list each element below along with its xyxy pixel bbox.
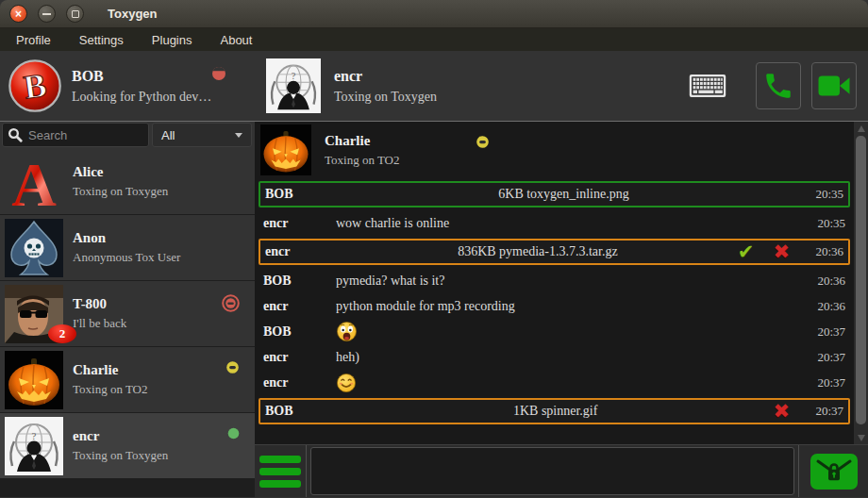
contact-item-t-800[interactable]: T-800 I'll be back 2: [0, 281, 255, 346]
svg-text:?: ?: [32, 430, 37, 441]
search-icon: [8, 127, 23, 142]
message-row: encr 20:37: [259, 370, 850, 395]
minimize-icon: [42, 13, 51, 15]
chat-area: Charlie Toxing on TO2 BOB 6KB toxygen_in…: [255, 122, 868, 497]
file-transfer-row: encr 836KB pymedia-1.3.7.3.tar.gz ✔✖ 20:…: [259, 239, 850, 265]
title-bar[interactable]: × Toxygen: [0, 0, 868, 28]
message-content: python module for mp3 recording: [336, 299, 792, 314]
message-content: pymedia? what is it?: [336, 274, 792, 289]
message-content: 836KB pymedia-1.3.7.3.tar.gz: [338, 244, 738, 259]
smiling-smiley-icon: [336, 373, 357, 393]
menu-item-about[interactable]: About: [206, 29, 266, 51]
message-author: BOB: [259, 274, 336, 289]
contact-status-icon: [225, 360, 240, 378]
message-row: encr heh) 20:37: [259, 344, 850, 370]
peer-name: Charlie: [325, 133, 400, 149]
contact-name: Anon: [73, 230, 180, 246]
menu-item-plugins[interactable]: Plugins: [138, 29, 207, 51]
minimize-button[interactable]: [38, 5, 56, 23]
audio-call-button[interactable]: [756, 62, 801, 109]
peer-status-icon: [476, 135, 490, 153]
self-profile[interactable]: B BOB Looking for Python dev…: [0, 51, 255, 121]
chat-scrollbar[interactable]: [854, 122, 868, 444]
self-status-icon: [211, 66, 226, 85]
decline-file-button[interactable]: ✖: [773, 242, 790, 262]
scroll-up-button[interactable]: [854, 122, 868, 135]
video-call-button[interactable]: [811, 62, 857, 109]
contact-status-message: Toxing on Toxygen: [73, 184, 168, 199]
hamburger-icon: [259, 456, 301, 463]
peer-status-message: Toxing on TO2: [325, 153, 400, 168]
maximize-button[interactable]: [66, 5, 84, 23]
contact-avatar: ?: [5, 417, 63, 475]
self-name: BOB: [72, 68, 211, 85]
message-list-wrap: Charlie Toxing on TO2 BOB 6KB toxygen_in…: [257, 124, 852, 443]
message-time: 20:35: [807, 216, 850, 231]
message-content: 6KB toxygen_inline.png: [338, 187, 790, 202]
message-row: BOB 20:37: [259, 319, 850, 344]
message-row: encr wow charlie is online 20:35: [259, 210, 850, 236]
contact-item-anon[interactable]: Anon Anonymous Tox User: [0, 215, 255, 280]
contact-name: T-800: [73, 296, 126, 312]
arrow-down-icon: [858, 435, 865, 441]
contact-name: Alice: [73, 164, 168, 180]
decline-file-button[interactable]: ✖: [773, 402, 790, 422]
message-input[interactable]: [310, 447, 794, 495]
message-time: 20:36: [807, 299, 850, 314]
message-content: [336, 373, 792, 393]
send-button[interactable]: [798, 445, 868, 497]
menu-item-settings[interactable]: Settings: [65, 29, 138, 51]
message-author: encr: [259, 216, 336, 231]
screen-keyboard-button[interactable]: [689, 72, 728, 100]
chat-header: ? encr Toxing on Toxygen: [255, 51, 868, 121]
message-time: 20:37: [807, 350, 850, 365]
contact-status-message: Anonymous Tox User: [73, 250, 180, 265]
search-input[interactable]: [28, 128, 123, 142]
maximize-icon: [72, 10, 79, 18]
message-time: 20:36: [805, 244, 848, 259]
scroll-down-button[interactable]: [854, 431, 868, 444]
search-box[interactable]: [2, 123, 149, 147]
unread-badge: 2: [48, 324, 76, 343]
keyboard-icon: [689, 74, 726, 98]
close-button[interactable]: ×: [9, 5, 27, 23]
message-author: BOB: [260, 187, 338, 202]
toxygen-window: × Toxygen ProfileSettingsPluginsAbout B …: [0, 0, 868, 498]
accept-file-button[interactable]: ✔: [738, 242, 755, 262]
message-author: BOB: [259, 324, 336, 340]
file-actions: ✖: [773, 402, 790, 422]
contact-status-icon: [227, 426, 240, 443]
scrollbar-thumb[interactable]: [856, 136, 866, 424]
message-list: BOB 6KB toxygen_inline.png 20:35 encr wo…: [257, 181, 852, 424]
contacts-sidebar: All A Alice Toxing on Toxygen Anon Anony…: [0, 122, 255, 497]
menu-bar: ProfileSettingsPluginsAbout: [0, 28, 868, 51]
file-actions: ✔✖: [738, 242, 790, 262]
video-camera-icon: [816, 72, 852, 100]
message-time: 20:37: [807, 324, 850, 340]
message-content: wow charlie is online: [336, 216, 792, 231]
message-menu-button[interactable]: [255, 445, 307, 497]
phone-icon: [762, 70, 794, 102]
chat-peer-avatar: ?: [266, 58, 321, 113]
message-content: [336, 321, 792, 342]
contact-status-icon: [222, 294, 240, 316]
contact-status-message: Toxing on Toxygen: [73, 448, 168, 463]
message-content: 1KB spinner.gif: [338, 404, 773, 419]
arrow-up-icon: [858, 125, 865, 132]
chevron-down-icon: [235, 133, 242, 138]
file-transfer-row: BOB 1KB spinner.gif ✖ 20:37: [259, 398, 850, 424]
top-bar: B BOB Looking for Python dev… ? encr Tox…: [0, 51, 868, 122]
contact-item-encr[interactable]: ? encr Toxing on Toxygen: [0, 413, 255, 478]
message-author: encr: [259, 299, 336, 314]
inline-contact-card[interactable]: Charlie Toxing on TO2: [257, 124, 852, 176]
contact-item-alice[interactable]: A Alice Toxing on Toxygen: [0, 149, 255, 214]
contact-item-charlie[interactable]: Charlie Toxing on TO2: [0, 347, 255, 412]
send-message-icon: [810, 454, 858, 490]
contact-name: encr: [73, 428, 168, 444]
message-content: heh): [336, 350, 792, 365]
contact-avatar: A: [5, 153, 63, 211]
contact-filter-dropdown[interactable]: All: [152, 123, 252, 147]
contact-list: A Alice Toxing on Toxygen Anon Anonymous…: [0, 149, 255, 497]
message-author: encr: [260, 244, 338, 259]
menu-item-profile[interactable]: Profile: [2, 29, 65, 51]
